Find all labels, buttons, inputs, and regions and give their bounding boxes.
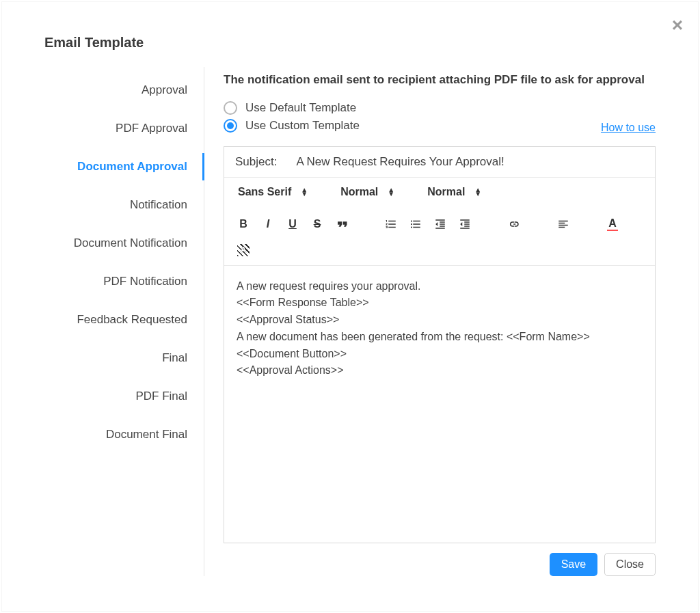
sidebar-item-document-notification[interactable]: Document Notification (2, 224, 204, 262)
radio-icon[interactable] (224, 101, 237, 115)
close-button[interactable]: Close (604, 553, 656, 576)
align-button[interactable] (554, 215, 573, 234)
background-color-button[interactable] (234, 241, 253, 260)
link-button[interactable] (504, 215, 524, 234)
bold-button[interactable]: B (234, 215, 253, 234)
sidebar-item-approval[interactable]: Approval (2, 71, 204, 109)
editor-line: <<Form Response Table>> (237, 295, 643, 312)
sidebar-item-label: PDF Approval (116, 122, 187, 135)
font-family-select[interactable]: Sans Serif ▲▼ (234, 183, 312, 201)
sidebar-item-final[interactable]: Final (2, 339, 204, 377)
sidebar-item-pdf-final[interactable]: PDF Final (2, 377, 204, 416)
sidebar-item-label: Document Approval (77, 160, 187, 173)
sidebar-item-label: Notification (130, 198, 187, 211)
outdent-icon (434, 218, 446, 230)
editor-line: <<Approval Status>> (237, 312, 643, 329)
sidebar-item-pdf-notification[interactable]: PDF Notification (2, 262, 204, 301)
unordered-list-icon (409, 218, 422, 230)
editor-body[interactable]: A new request requires your approval. <<… (224, 266, 655, 543)
radio-label: Use Default Template (245, 101, 356, 115)
radio-default-template[interactable]: Use Default Template (224, 101, 656, 115)
radio-label: Use Custom Template (245, 119, 360, 133)
paragraph-style-value: Normal (427, 186, 465, 198)
outdent-button[interactable] (431, 215, 450, 234)
font-size-select[interactable]: Normal ▲▼ (336, 183, 399, 201)
sidebar-item-label: Approval (142, 83, 187, 96)
bold-icon: B (239, 218, 247, 230)
subject-label: Subject: (235, 155, 277, 169)
link-icon (508, 218, 520, 230)
indent-icon (459, 218, 471, 230)
sidebar-item-document-approval[interactable]: Document Approval (2, 148, 204, 186)
radio-custom-template[interactable]: Use Custom Template (224, 119, 360, 133)
template-description: The notification email sent to recipient… (224, 71, 656, 89)
chevron-updown-icon: ▲▼ (474, 188, 481, 196)
sidebar-item-label: Document Notification (74, 236, 187, 249)
text-color-icon: A (607, 217, 618, 231)
editor-toolbar: Sans Serif ▲▼ Normal ▲▼ Normal ▲▼ B I U (224, 178, 655, 266)
subject-row: Subject: (224, 147, 655, 178)
strikethrough-button[interactable]: S (308, 215, 327, 234)
save-button[interactable]: Save (550, 553, 597, 576)
underline-button[interactable]: U (283, 215, 302, 234)
font-size-value: Normal (340, 186, 378, 198)
paragraph-style-select[interactable]: Normal ▲▼ (423, 183, 485, 201)
sidebar-item-notification[interactable]: Notification (2, 186, 204, 224)
subject-input[interactable] (296, 155, 644, 169)
modal-body: Approval PDF Approval Document Approval … (2, 67, 698, 576)
close-icon[interactable]: × (672, 16, 683, 35)
sidebar-item-label: Document Final (106, 428, 187, 441)
modal-footer: Save Close (224, 543, 656, 576)
italic-icon: I (267, 218, 269, 230)
editor-line: <<Document Button>> (237, 346, 643, 363)
sidebar-item-label: Feedback Requested (77, 313, 187, 326)
chevron-updown-icon: ▲▼ (301, 188, 308, 196)
editor-line: A new document has been generated from t… (237, 329, 643, 346)
background-color-icon (237, 244, 250, 256)
strikethrough-icon: S (314, 218, 321, 230)
italic-button[interactable]: I (258, 215, 278, 234)
unordered-list-button[interactable] (406, 215, 425, 234)
ordered-list-icon (385, 218, 397, 230)
sidebar-item-pdf-approval[interactable]: PDF Approval (2, 109, 204, 148)
text-color-button[interactable]: A (603, 215, 622, 234)
sidebar: Approval PDF Approval Document Approval … (2, 67, 204, 576)
sidebar-item-label: PDF Notification (103, 275, 187, 288)
editor-container: Subject: Sans Serif ▲▼ Normal ▲▼ Normal … (224, 146, 656, 543)
blockquote-button[interactable] (332, 215, 351, 234)
content-pane: The notification email sent to recipient… (204, 67, 656, 576)
editor-line: <<Approval Actions>> (237, 362, 643, 379)
editor-line: A new request requires your approval. (237, 278, 643, 295)
ordered-list-button[interactable] (381, 215, 401, 234)
email-template-modal: × Email Template Approval PDF Approval D… (1, 1, 699, 612)
quote-icon (336, 218, 348, 230)
sidebar-item-feedback-requested[interactable]: Feedback Requested (2, 301, 204, 339)
font-family-value: Sans Serif (238, 186, 291, 198)
chevron-updown-icon: ▲▼ (388, 188, 394, 196)
how-to-use-link[interactable]: How to use (601, 122, 656, 134)
indent-button[interactable] (455, 215, 474, 234)
align-icon (557, 218, 569, 230)
sidebar-item-document-final[interactable]: Document Final (2, 416, 204, 454)
radio-icon[interactable] (224, 119, 237, 133)
modal-title: Email Template (2, 2, 698, 67)
sidebar-item-label: Final (162, 351, 187, 364)
underline-icon: U (288, 218, 297, 230)
sidebar-item-label: PDF Final (135, 390, 187, 403)
